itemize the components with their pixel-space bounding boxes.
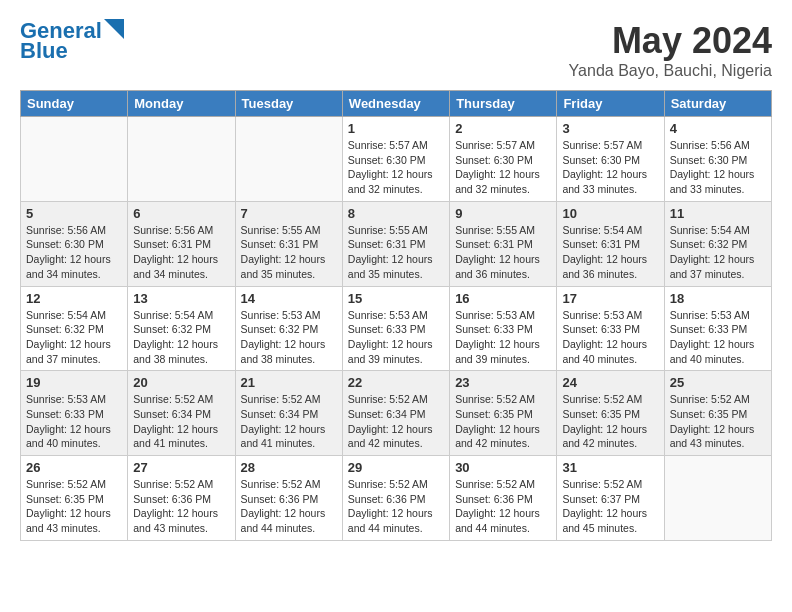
calendar-cell: 1Sunrise: 5:57 AMSunset: 6:30 PMDaylight…: [342, 117, 449, 202]
calendar-cell: [664, 456, 771, 541]
calendar-cell: 20Sunrise: 5:52 AMSunset: 6:34 PMDayligh…: [128, 371, 235, 456]
day-number: 7: [241, 206, 337, 221]
calendar-header-tuesday: Tuesday: [235, 91, 342, 117]
day-info: Sunrise: 5:52 AMSunset: 6:35 PMDaylight:…: [455, 392, 551, 451]
day-info: Sunrise: 5:54 AMSunset: 6:31 PMDaylight:…: [562, 223, 658, 282]
day-info: Sunrise: 5:52 AMSunset: 6:34 PMDaylight:…: [133, 392, 229, 451]
calendar-cell: 24Sunrise: 5:52 AMSunset: 6:35 PMDayligh…: [557, 371, 664, 456]
day-info: Sunrise: 5:52 AMSunset: 6:35 PMDaylight:…: [26, 477, 122, 536]
day-number: 4: [670, 121, 766, 136]
day-number: 8: [348, 206, 444, 221]
logo-arrow-icon: [104, 19, 124, 39]
page-title: May 2024: [569, 20, 772, 62]
day-number: 2: [455, 121, 551, 136]
day-number: 16: [455, 291, 551, 306]
day-info: Sunrise: 5:55 AMSunset: 6:31 PMDaylight:…: [348, 223, 444, 282]
day-number: 9: [455, 206, 551, 221]
day-info: Sunrise: 5:56 AMSunset: 6:31 PMDaylight:…: [133, 223, 229, 282]
day-number: 31: [562, 460, 658, 475]
calendar-cell: 11Sunrise: 5:54 AMSunset: 6:32 PMDayligh…: [664, 201, 771, 286]
day-info: Sunrise: 5:52 AMSunset: 6:36 PMDaylight:…: [348, 477, 444, 536]
calendar-cell: 3Sunrise: 5:57 AMSunset: 6:30 PMDaylight…: [557, 117, 664, 202]
calendar-cell: 17Sunrise: 5:53 AMSunset: 6:33 PMDayligh…: [557, 286, 664, 371]
calendar-cell: 26Sunrise: 5:52 AMSunset: 6:35 PMDayligh…: [21, 456, 128, 541]
day-info: Sunrise: 5:53 AMSunset: 6:33 PMDaylight:…: [562, 308, 658, 367]
day-info: Sunrise: 5:55 AMSunset: 6:31 PMDaylight:…: [455, 223, 551, 282]
day-info: Sunrise: 5:52 AMSunset: 6:34 PMDaylight:…: [241, 392, 337, 451]
day-number: 27: [133, 460, 229, 475]
calendar-week-row: 5Sunrise: 5:56 AMSunset: 6:30 PMDaylight…: [21, 201, 772, 286]
calendar-cell: 21Sunrise: 5:52 AMSunset: 6:34 PMDayligh…: [235, 371, 342, 456]
calendar-cell: 16Sunrise: 5:53 AMSunset: 6:33 PMDayligh…: [450, 286, 557, 371]
calendar-cell: 10Sunrise: 5:54 AMSunset: 6:31 PMDayligh…: [557, 201, 664, 286]
calendar-cell: 2Sunrise: 5:57 AMSunset: 6:30 PMDaylight…: [450, 117, 557, 202]
logo: General Blue: [20, 20, 124, 62]
calendar-cell: [21, 117, 128, 202]
day-number: 30: [455, 460, 551, 475]
svg-marker-0: [104, 19, 124, 39]
calendar-header-thursday: Thursday: [450, 91, 557, 117]
day-info: Sunrise: 5:52 AMSunset: 6:37 PMDaylight:…: [562, 477, 658, 536]
day-info: Sunrise: 5:52 AMSunset: 6:36 PMDaylight:…: [455, 477, 551, 536]
calendar-cell: 14Sunrise: 5:53 AMSunset: 6:32 PMDayligh…: [235, 286, 342, 371]
day-info: Sunrise: 5:57 AMSunset: 6:30 PMDaylight:…: [455, 138, 551, 197]
day-info: Sunrise: 5:56 AMSunset: 6:30 PMDaylight:…: [26, 223, 122, 282]
calendar-cell: [235, 117, 342, 202]
calendar-cell: 22Sunrise: 5:52 AMSunset: 6:34 PMDayligh…: [342, 371, 449, 456]
day-number: 12: [26, 291, 122, 306]
day-number: 11: [670, 206, 766, 221]
day-info: Sunrise: 5:54 AMSunset: 6:32 PMDaylight:…: [26, 308, 122, 367]
day-number: 1: [348, 121, 444, 136]
day-number: 25: [670, 375, 766, 390]
calendar-cell: 8Sunrise: 5:55 AMSunset: 6:31 PMDaylight…: [342, 201, 449, 286]
day-info: Sunrise: 5:53 AMSunset: 6:32 PMDaylight:…: [241, 308, 337, 367]
calendar-cell: 15Sunrise: 5:53 AMSunset: 6:33 PMDayligh…: [342, 286, 449, 371]
calendar-cell: 28Sunrise: 5:52 AMSunset: 6:36 PMDayligh…: [235, 456, 342, 541]
day-info: Sunrise: 5:52 AMSunset: 6:36 PMDaylight:…: [133, 477, 229, 536]
page-header: General Blue May 2024 Yanda Bayo, Bauchi…: [20, 20, 772, 80]
day-info: Sunrise: 5:52 AMSunset: 6:34 PMDaylight:…: [348, 392, 444, 451]
day-info: Sunrise: 5:55 AMSunset: 6:31 PMDaylight:…: [241, 223, 337, 282]
day-number: 5: [26, 206, 122, 221]
day-number: 28: [241, 460, 337, 475]
day-info: Sunrise: 5:53 AMSunset: 6:33 PMDaylight:…: [26, 392, 122, 451]
calendar-header-row: SundayMondayTuesdayWednesdayThursdayFrid…: [21, 91, 772, 117]
calendar-cell: 30Sunrise: 5:52 AMSunset: 6:36 PMDayligh…: [450, 456, 557, 541]
calendar-cell: [128, 117, 235, 202]
day-info: Sunrise: 5:57 AMSunset: 6:30 PMDaylight:…: [562, 138, 658, 197]
day-number: 15: [348, 291, 444, 306]
calendar-week-row: 1Sunrise: 5:57 AMSunset: 6:30 PMDaylight…: [21, 117, 772, 202]
day-number: 22: [348, 375, 444, 390]
calendar-cell: 23Sunrise: 5:52 AMSunset: 6:35 PMDayligh…: [450, 371, 557, 456]
calendar-header-monday: Monday: [128, 91, 235, 117]
day-number: 17: [562, 291, 658, 306]
calendar-cell: 31Sunrise: 5:52 AMSunset: 6:37 PMDayligh…: [557, 456, 664, 541]
calendar-cell: 25Sunrise: 5:52 AMSunset: 6:35 PMDayligh…: [664, 371, 771, 456]
calendar-cell: 6Sunrise: 5:56 AMSunset: 6:31 PMDaylight…: [128, 201, 235, 286]
logo-blue-text: Blue: [20, 40, 68, 62]
page-subtitle: Yanda Bayo, Bauchi, Nigeria: [569, 62, 772, 80]
calendar-cell: 5Sunrise: 5:56 AMSunset: 6:30 PMDaylight…: [21, 201, 128, 286]
day-info: Sunrise: 5:52 AMSunset: 6:35 PMDaylight:…: [670, 392, 766, 451]
day-info: Sunrise: 5:54 AMSunset: 6:32 PMDaylight:…: [670, 223, 766, 282]
calendar-header-sunday: Sunday: [21, 91, 128, 117]
calendar-header-wednesday: Wednesday: [342, 91, 449, 117]
calendar-cell: 7Sunrise: 5:55 AMSunset: 6:31 PMDaylight…: [235, 201, 342, 286]
day-number: 13: [133, 291, 229, 306]
day-number: 21: [241, 375, 337, 390]
day-number: 23: [455, 375, 551, 390]
day-info: Sunrise: 5:56 AMSunset: 6:30 PMDaylight:…: [670, 138, 766, 197]
calendar-table: SundayMondayTuesdayWednesdayThursdayFrid…: [20, 90, 772, 541]
calendar-week-row: 19Sunrise: 5:53 AMSunset: 6:33 PMDayligh…: [21, 371, 772, 456]
calendar-cell: 18Sunrise: 5:53 AMSunset: 6:33 PMDayligh…: [664, 286, 771, 371]
calendar-header-friday: Friday: [557, 91, 664, 117]
day-number: 19: [26, 375, 122, 390]
day-number: 10: [562, 206, 658, 221]
day-number: 14: [241, 291, 337, 306]
day-number: 20: [133, 375, 229, 390]
day-number: 24: [562, 375, 658, 390]
calendar-header-saturday: Saturday: [664, 91, 771, 117]
calendar-week-row: 26Sunrise: 5:52 AMSunset: 6:35 PMDayligh…: [21, 456, 772, 541]
day-number: 6: [133, 206, 229, 221]
day-info: Sunrise: 5:54 AMSunset: 6:32 PMDaylight:…: [133, 308, 229, 367]
